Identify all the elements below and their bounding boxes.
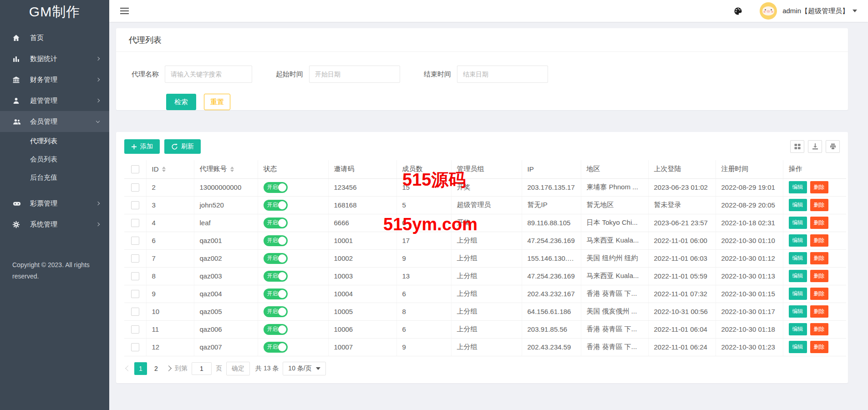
cell-region: 香港 葵青區 下... <box>581 285 648 303</box>
confirm-button[interactable]: 确定 <box>226 362 250 375</box>
cell-members: 6 <box>396 285 451 303</box>
delete-button[interactable]: 删除 <box>810 270 828 282</box>
cell-region: 美国 俄亥俄州 ... <box>581 303 648 320</box>
cell-account: qaz004 <box>194 285 258 303</box>
status-toggle[interactable]: 开启 <box>264 342 288 353</box>
header-cell: 代理账号 <box>194 160 258 178</box>
theme-palette-icon[interactable] <box>734 7 742 15</box>
search-button[interactable]: 检索 <box>166 94 196 110</box>
delete-button[interactable]: 删除 <box>810 199 828 211</box>
table-row: 12qaz007开启100079上分组202.43.234.59香港 葵青區 下… <box>124 338 846 356</box>
status-toggle[interactable]: 开启 <box>264 235 288 246</box>
cell-group: 上分组 <box>451 303 522 320</box>
row-checkbox[interactable] <box>131 343 139 351</box>
sidebar-item-finance[interactable]: 财务管理 <box>0 69 109 90</box>
header-cell: 注册时间 <box>716 160 783 178</box>
reset-button[interactable]: 重置 <box>204 94 230 110</box>
chevron-right-icon <box>96 78 100 81</box>
status-toggle[interactable]: 开启 <box>264 324 288 335</box>
delete-button[interactable]: 删除 <box>810 288 828 300</box>
avatar[interactable] <box>760 2 777 20</box>
delete-button[interactable]: 删除 <box>810 305 828 318</box>
page-title: 代理列表 <box>116 28 848 52</box>
select-all-checkbox[interactable] <box>131 165 139 173</box>
header-cell: 操作 <box>783 160 846 178</box>
status-toggle[interactable]: 开启 <box>264 253 288 264</box>
status-toggle[interactable]: 开启 <box>264 200 288 211</box>
row-checkbox[interactable] <box>131 237 139 245</box>
page-button-2[interactable]: 2 <box>150 362 162 375</box>
sidebar-item-data-stats[interactable]: 数据统计 <box>0 48 109 69</box>
status-toggle[interactable]: 开启 <box>264 289 288 299</box>
sidebar-item-agent-list[interactable]: 代理列表 <box>0 132 109 150</box>
edit-button[interactable]: 编辑 <box>789 288 807 300</box>
row-checkbox[interactable] <box>131 325 139 334</box>
edit-button[interactable]: 编辑 <box>789 323 807 335</box>
start-date-input[interactable] <box>309 66 400 83</box>
end-date-input[interactable] <box>457 66 548 83</box>
status-toggle[interactable]: 开启 <box>264 271 288 282</box>
per-page-select[interactable]: 10 条/页 <box>283 362 325 375</box>
status-toggle[interactable]: 开启 <box>264 218 288 228</box>
edit-button[interactable]: 编辑 <box>789 341 807 353</box>
status-toggle[interactable]: 开启 <box>264 306 288 317</box>
delete-button[interactable]: 删除 <box>810 341 828 353</box>
cell-checkbox <box>124 249 146 267</box>
edit-button[interactable]: 编辑 <box>789 305 807 318</box>
sidebar-item-backend-recharge[interactable]: 后台充值 <box>0 168 109 187</box>
row-checkbox[interactable] <box>131 201 139 209</box>
cell-id: 2 <box>146 178 194 196</box>
refresh-button[interactable]: 刷新 <box>164 139 201 154</box>
row-checkbox[interactable] <box>131 183 139 192</box>
page-button-1[interactable]: 1 <box>134 362 147 375</box>
row-checkbox[interactable] <box>131 254 139 263</box>
delete-button[interactable]: 删除 <box>810 252 828 264</box>
prev-page-icon[interactable] <box>125 365 131 371</box>
sidebar-item-members[interactable]: 会员管理 <box>0 111 109 132</box>
delete-button[interactable]: 删除 <box>810 234 828 247</box>
columns-icon[interactable] <box>790 140 804 153</box>
main-content: 代理列表 代理名称 起始时间 结束时间 检索 重置 添加 <box>109 22 868 410</box>
cell-reg-time: 2022-10-30 01:17 <box>716 303 783 320</box>
user-menu[interactable]: admin【超级管理员】 <box>782 7 857 15</box>
row-checkbox[interactable] <box>131 290 139 298</box>
menu-toggle-icon[interactable] <box>120 8 129 14</box>
cell-group: 上分组 <box>451 232 522 249</box>
add-button[interactable]: 添加 <box>124 139 160 154</box>
pagination: 12 到第 页 确定 共 13 条 10 条/页 <box>124 362 840 375</box>
sidebar-item-system[interactable]: 系统管理 <box>0 214 109 235</box>
status-toggle[interactable]: 开启 <box>264 182 288 193</box>
table-tools <box>790 140 840 153</box>
row-checkbox[interactable] <box>131 219 139 227</box>
sort-icon[interactable] <box>230 167 234 172</box>
export-icon[interactable] <box>808 140 822 153</box>
toggle-knob <box>278 237 286 245</box>
agent-name-input[interactable] <box>165 66 252 83</box>
page-jump-input[interactable] <box>192 362 212 375</box>
cell-ip: 89.116.88.105 <box>522 214 581 232</box>
sort-icon[interactable] <box>162 167 166 172</box>
edit-button[interactable]: 编辑 <box>789 234 807 247</box>
next-page-icon[interactable] <box>166 365 172 371</box>
sidebar-item-home[interactable]: 首页 <box>0 27 109 48</box>
agent-name-label: 代理名称 <box>132 70 159 79</box>
delete-button[interactable]: 删除 <box>810 217 828 229</box>
delete-button[interactable]: 删除 <box>810 323 828 335</box>
edit-button[interactable]: 编辑 <box>789 199 807 211</box>
cell-ip: 203.176.135.17 <box>522 178 581 196</box>
chevron-down-icon <box>96 119 100 122</box>
delete-button[interactable]: 删除 <box>810 181 828 193</box>
cell-members: 8 <box>396 303 451 320</box>
cell-last-login: 2022-11-01 05:59 <box>648 267 716 285</box>
edit-button[interactable]: 编辑 <box>789 181 807 193</box>
sidebar-item-member-list[interactable]: 会员列表 <box>0 150 109 168</box>
print-icon[interactable] <box>826 140 840 153</box>
edit-button[interactable]: 编辑 <box>789 270 807 282</box>
row-checkbox[interactable] <box>131 308 139 316</box>
sidebar-item-lottery[interactable]: 彩票管理 <box>0 193 109 214</box>
sidebar-item-super-admin[interactable]: 超管管理 <box>0 90 109 111</box>
edit-button[interactable]: 编辑 <box>789 252 807 264</box>
row-checkbox[interactable] <box>131 272 139 280</box>
cell-last-login: 2022-11-01 06:03 <box>648 249 716 267</box>
edit-button[interactable]: 编辑 <box>789 217 807 229</box>
